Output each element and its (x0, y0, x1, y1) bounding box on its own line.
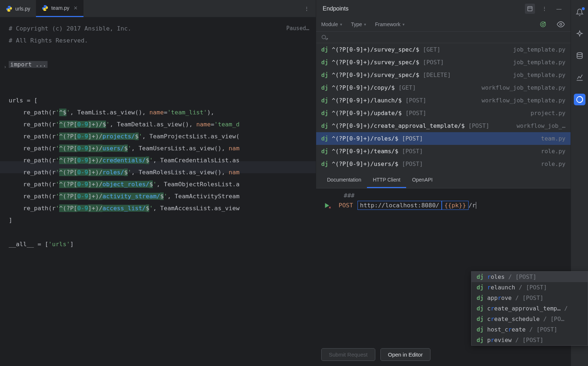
endpoint-row[interactable]: dj^(?P[0-9]+)/launch/$ [POST]workflow_jo… (316, 94, 571, 107)
chevron-down-icon: ▾ (364, 22, 366, 27)
endpoint-row[interactable]: dj^(?P[0-9]+)/update/$ [POST]project.py (316, 107, 571, 119)
window-icon[interactable] (525, 4, 535, 14)
kebab-menu-icon[interactable]: ⋮ (539, 4, 550, 14)
tab-label: urls.py (15, 6, 30, 12)
editor-tabs-bar: urls.py team.py × ⋮ (0, 0, 316, 17)
svg-rect-0 (528, 7, 532, 11)
http-request-line[interactable]: × POST http://localhost:8080/{{pk}}/r (321, 202, 565, 209)
http-url-tail: /r (469, 202, 480, 209)
endpoint-row[interactable]: dj^(?P[0-9]+)/survey_spec/$ [DELETE]job_… (316, 69, 571, 81)
code-editor[interactable]: Paused… # Copyright (c) 2017 Ansible, In… (0, 17, 316, 366)
endpoint-row[interactable]: dj^(?P[0-9]+)/roles/$ [POST]team.py (316, 132, 571, 145)
completion-item[interactable]: djroles/ [POST] (471, 272, 588, 282)
python-icon (42, 5, 48, 11)
endpoint-row[interactable]: dj^(?P[0-9]+)/users/$ [POST]role.py (316, 158, 571, 170)
panel-search[interactable]: ▾ (316, 32, 571, 43)
endpoint-row[interactable]: dj^(?P[0-9]+)/survey_spec/$ [GET]job_tem… (316, 43, 571, 56)
notifications-icon[interactable] (574, 7, 585, 18)
svg-point-6 (322, 35, 326, 39)
database-icon[interactable] (574, 50, 585, 62)
chevron-down-icon: ▾ (340, 22, 342, 27)
http-method: POST (339, 202, 353, 209)
svg-point-5 (560, 23, 562, 25)
chart-icon[interactable] (574, 72, 585, 84)
tab-http-client[interactable]: HTTP Client (367, 172, 406, 188)
folded-import[interactable]: import ... (9, 61, 48, 68)
http-separator: ### (321, 192, 565, 199)
svg-point-8 (577, 53, 582, 55)
tab-openapi[interactable]: OpenAPI (406, 172, 438, 188)
endpoint-row[interactable]: dj^(?P[0-9]+)/teams/$ [POST]role.py (316, 145, 571, 158)
filter-module[interactable]: Module▾ (321, 21, 342, 27)
tab-team-py[interactable]: team.py × (36, 0, 83, 17)
panel-filters: Module▾ Type▾ Framework▾ (316, 17, 571, 32)
http-variable: {{pk}} (442, 201, 469, 210)
completion-item[interactable]: djpreview/ [POST] (471, 335, 588, 345)
submit-request-button[interactable]: Submit Request (321, 348, 375, 361)
filter-framework[interactable]: Framework▾ (375, 21, 405, 27)
endpoints-tool-icon[interactable] (574, 94, 585, 105)
target-icon[interactable] (539, 21, 548, 28)
panel-title: Endpoints (323, 5, 520, 12)
tab-urls-py[interactable]: urls.py (0, 0, 36, 17)
svg-point-3 (542, 23, 544, 25)
svg-point-4 (544, 22, 546, 23)
completion-item[interactable]: djcreate_schedule/ [PO… (471, 314, 588, 324)
endpoint-row[interactable]: dj^(?P[0-9]+)/survey_spec/$ [POST]job_te… (316, 56, 571, 69)
kebab-menu-icon[interactable]: ⋮ (298, 6, 316, 12)
chevron-down-icon: ▾ (403, 22, 405, 27)
completion-item[interactable]: djhost_create/ [POST] (471, 324, 588, 335)
completion-item[interactable]: djapprove/ [POST] (471, 293, 588, 303)
fold-chevron-icon[interactable]: › (4, 61, 7, 73)
filter-type[interactable]: Type▾ (351, 21, 366, 27)
ai-assistant-icon[interactable] (574, 28, 585, 40)
http-client-panel: ### × POST http://localhost:8080/{{pk}}/… (316, 188, 571, 214)
minimize-icon[interactable]: — (554, 4, 564, 14)
completion-popup: djroles/ [POST]djrelaunch/ [POST]djappro… (471, 271, 588, 346)
tab-label: team.py (51, 5, 69, 11)
run-icon[interactable]: × (323, 202, 330, 209)
eye-icon[interactable] (557, 20, 565, 28)
close-icon[interactable]: × (74, 4, 78, 12)
http-url: http://localhost:8080/ (358, 201, 442, 210)
endpoints-list: dj^(?P[0-9]+)/survey_spec/$ [GET]job_tem… (316, 43, 571, 172)
endpoint-row[interactable]: dj^(?P[0-9]+)/copy/$ [GET]workflow_job_t… (316, 81, 571, 94)
completion-item[interactable]: djcreate_approval_temp…/ (471, 303, 588, 314)
bottom-tabs: Documentation HTTP Client OpenAPI (316, 172, 571, 188)
tab-documentation[interactable]: Documentation (321, 172, 367, 188)
panel-header: Endpoints ⋮ — (316, 0, 571, 17)
http-actions: Submit Request Open in Editor (316, 343, 571, 366)
python-icon (6, 5, 12, 12)
endpoint-row[interactable]: dj^(?P[0-9]+)/create_approval_template/$… (316, 119, 571, 132)
completion-item[interactable]: djrelaunch/ [POST] (471, 282, 588, 293)
open-in-editor-button[interactable]: Open in Editor (380, 348, 430, 361)
